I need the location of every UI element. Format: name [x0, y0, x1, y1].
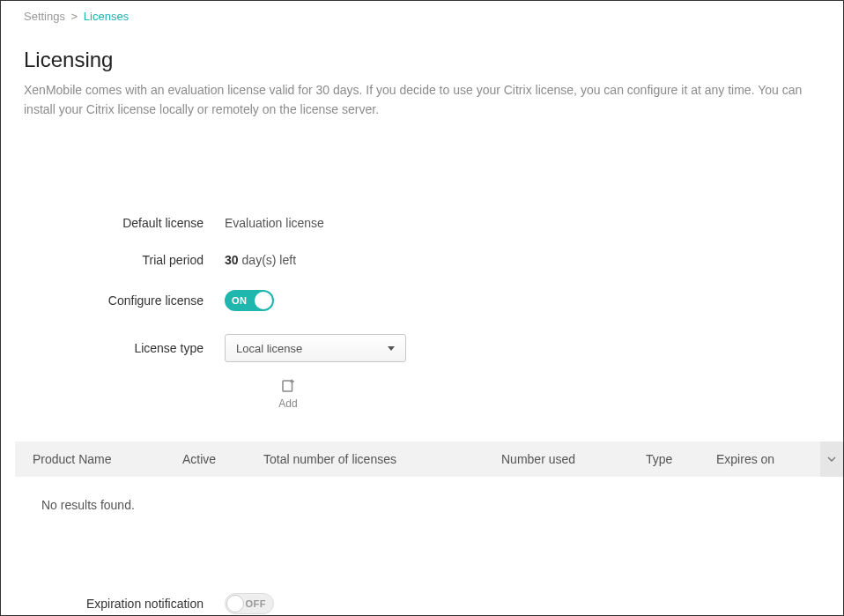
add-icon: [280, 378, 296, 394]
expiration-notification-label: Expiration notification: [24, 597, 225, 611]
no-results-message: No results found.: [15, 477, 843, 512]
license-type-selected: Local license: [236, 342, 302, 355]
chevron-down-icon: [388, 346, 395, 351]
chevron-down-icon: [827, 452, 836, 461]
add-label: Add: [275, 397, 301, 410]
th-product-name[interactable]: Product Name: [15, 442, 172, 477]
th-type[interactable]: Type: [635, 442, 706, 477]
default-license-value: Evaluation license: [225, 216, 324, 230]
expiration-notification-row: Expiration notification OFF: [24, 593, 843, 614]
breadcrumb-current[interactable]: Licenses: [84, 10, 129, 23]
add-button[interactable]: Add: [275, 378, 301, 410]
th-used[interactable]: Number used: [491, 442, 635, 477]
breadcrumb-parent[interactable]: Settings: [24, 10, 65, 23]
th-total[interactable]: Total number of licenses: [253, 442, 491, 477]
toggle-knob: [255, 292, 272, 309]
trial-period-value: 30 day(s) left: [225, 253, 296, 267]
svg-rect-0: [283, 381, 292, 391]
expiration-notification-toggle[interactable]: OFF: [225, 593, 274, 614]
configure-license-toggle[interactable]: ON: [225, 290, 274, 311]
th-expand[interactable]: [820, 442, 843, 477]
page-description: XenMobile comes with an evaluation licen…: [24, 81, 817, 119]
license-type-row: License type Local license: [24, 334, 820, 362]
license-type-label: License type: [24, 341, 225, 355]
breadcrumb-separator: >: [71, 10, 78, 23]
configure-license-label: Configure license: [24, 293, 225, 308]
trial-period-row: Trial period 30 day(s) left: [24, 253, 820, 267]
toggle-off-label: OFF: [246, 598, 267, 609]
default-license-label: Default license: [24, 216, 225, 230]
trial-period-days: 30: [225, 253, 239, 267]
trial-period-label: Trial period: [24, 253, 225, 267]
toggle-on-label: ON: [232, 295, 248, 306]
trial-period-suffix: day(s) left: [242, 253, 296, 267]
breadcrumb: Settings > Licenses: [24, 10, 820, 23]
page-title: Licensing: [24, 48, 820, 72]
default-license-row: Default license Evaluation license: [24, 216, 820, 230]
configure-license-row: Configure license ON: [24, 290, 820, 311]
th-active[interactable]: Active: [172, 442, 253, 477]
toggle-knob: [226, 595, 244, 612]
th-expires[interactable]: Expires on: [706, 442, 820, 477]
license-type-select[interactable]: Local license: [225, 334, 406, 362]
licenses-table: Product Name Active Total number of lice…: [15, 442, 843, 477]
